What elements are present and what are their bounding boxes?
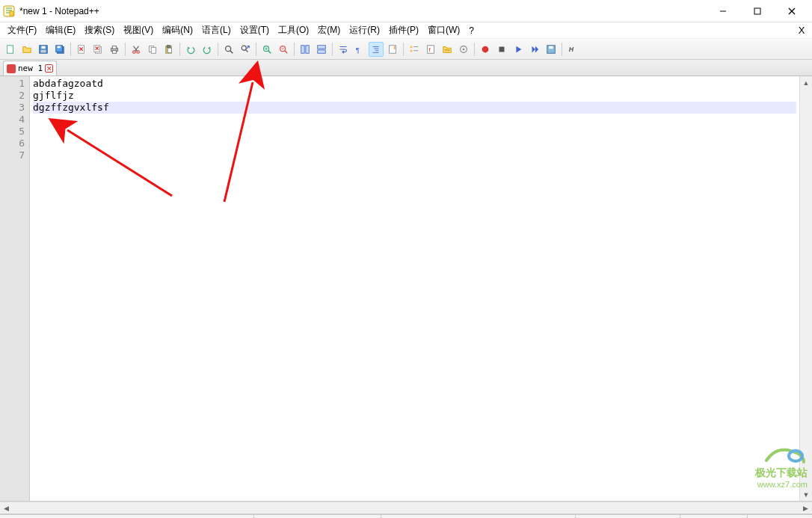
indent-guide-icon[interactable] (369, 42, 384, 57)
menu-macro[interactable]: 宏(M) (313, 22, 345, 38)
editor-line: abdafagzoatd (33, 78, 796, 90)
svg-rect-64 (499, 47, 505, 52)
scroll-up-icon[interactable]: ▲ (800, 76, 812, 89)
tab-modified-icon (7, 64, 16, 73)
svg-rect-12 (58, 46, 61, 49)
zoom-out-icon[interactable] (276, 42, 291, 57)
svg-rect-8 (41, 46, 45, 49)
zoom-in-icon[interactable] (259, 42, 274, 57)
svg-rect-54 (410, 46, 413, 49)
save-macro-icon[interactable] (544, 42, 559, 57)
menu-view[interactable]: 视图(V) (119, 22, 158, 38)
play-macro-icon[interactable] (511, 42, 526, 57)
editor-line (33, 114, 796, 126)
editor-area: 1 2 3 4 5 6 7 abdafagzoatd gjflfjz dgzff… (0, 76, 812, 502)
all-chars-icon[interactable]: ¶ (352, 42, 367, 57)
watermark: 极光下载站 www.xz7.com (755, 445, 808, 489)
monitoring-icon[interactable] (456, 42, 471, 57)
sync-h-icon[interactable] (314, 42, 329, 57)
text-editor[interactable]: abdafagzoatd gjflfjz dgzffzgvxlfsf (30, 76, 799, 501)
svg-line-41 (285, 51, 288, 54)
copy-icon[interactable] (145, 42, 160, 57)
open-file-icon[interactable] (19, 42, 34, 57)
svg-rect-30 (167, 46, 170, 48)
cut-icon[interactable] (129, 42, 144, 57)
save-icon[interactable] (36, 42, 51, 57)
menu-language[interactable]: 语言(L) (197, 22, 236, 38)
scroll-down-icon[interactable]: ▼ (800, 488, 812, 501)
menu-tools[interactable]: 工具(O) (274, 22, 313, 38)
svg-point-34 (242, 46, 246, 50)
svg-line-35 (246, 50, 248, 52)
sync-v-icon[interactable] (298, 42, 313, 57)
toolbar: ¶ f H (0, 39, 812, 60)
vertical-scrollbar[interactable]: ▲ ▼ (799, 76, 812, 501)
svg-text:H: H (569, 46, 574, 53)
horizontal-scrollbar[interactable]: ◀ ▶ (0, 502, 812, 514)
close-all-icon[interactable] (90, 42, 105, 57)
menu-window[interactable]: 窗口(W) (423, 22, 464, 38)
menu-run[interactable]: 运行(R) (345, 22, 384, 38)
line-number: 5 (1, 126, 25, 138)
print-icon[interactable] (107, 42, 122, 57)
close-file-icon[interactable] (74, 42, 89, 57)
line-number: 7 (1, 149, 25, 161)
play-multi-icon[interactable] (527, 42, 542, 57)
paste-icon[interactable] (162, 42, 176, 57)
status-eol: Windows (CR LF) (576, 515, 680, 518)
line-number-gutter: 1 2 3 4 5 6 7 (0, 76, 30, 501)
record-macro-icon[interactable] (478, 42, 493, 57)
tab-new1[interactable]: new 1 ✕ (3, 61, 57, 75)
maximize-button[interactable] (740, 0, 775, 22)
redo-icon[interactable] (200, 42, 215, 57)
find-icon[interactable] (221, 42, 236, 57)
svg-rect-1 (10, 11, 13, 16)
new-file-icon[interactable] (3, 42, 18, 57)
close-button[interactable] (775, 0, 809, 22)
menubar: 文件(F) 编辑(E) 搜索(S) 视图(V) 编码(N) 语言(L) 设置(T… (0, 22, 812, 39)
scroll-left-icon[interactable]: ◀ (0, 502, 13, 514)
menu-encoding[interactable]: 编码(N) (158, 22, 197, 38)
undo-icon[interactable] (183, 42, 198, 57)
menu-edit[interactable]: 编辑(E) (41, 22, 80, 38)
folder-view-icon[interactable] (440, 42, 455, 57)
editor-line (33, 138, 796, 149)
svg-rect-31 (167, 48, 171, 52)
window-title: *new 1 - Notepad++ (19, 6, 706, 16)
svg-text:¶: ¶ (356, 46, 360, 54)
editor-line (33, 149, 796, 161)
svg-point-62 (463, 49, 465, 51)
replace-icon[interactable] (238, 42, 253, 57)
svg-rect-9 (41, 50, 46, 53)
svg-rect-66 (549, 46, 553, 49)
svg-point-63 (482, 46, 489, 53)
svg-rect-44 (306, 46, 309, 54)
wordwrap-icon[interactable] (336, 42, 351, 57)
svg-line-33 (230, 51, 233, 54)
doc-list-icon[interactable] (407, 42, 422, 57)
menu-search[interactable]: 搜索(S) (80, 22, 119, 38)
watermark-name: 极光下载站 (755, 466, 808, 480)
spellcheck-icon[interactable]: H (565, 42, 580, 57)
menu-help[interactable]: ? (464, 24, 479, 37)
svg-rect-22 (112, 51, 116, 54)
svg-rect-43 (301, 46, 304, 54)
menu-settings[interactable]: 设置(T) (236, 22, 274, 38)
minimize-button[interactable] (706, 0, 740, 22)
editor-line: dgzffzgvxlfsf (33, 102, 796, 114)
svg-rect-46 (318, 50, 326, 53)
status-mode: INS (748, 515, 812, 518)
doc-map-icon[interactable] (385, 42, 400, 57)
svg-point-32 (226, 46, 231, 52)
status-encoding: UTF-8 (680, 515, 748, 518)
svg-rect-28 (151, 47, 156, 53)
menu-plugins[interactable]: 插件(P) (384, 22, 423, 38)
save-all-icon[interactable] (52, 42, 67, 57)
svg-rect-55 (410, 50, 413, 52)
scroll-right-icon[interactable]: ▶ (799, 502, 812, 514)
stop-macro-icon[interactable] (494, 42, 509, 57)
tab-close-icon[interactable]: ✕ (45, 64, 53, 73)
function-list-icon[interactable]: f (423, 42, 438, 57)
mdi-close-button[interactable]: X (794, 25, 809, 36)
menu-file[interactable]: 文件(F) (3, 22, 41, 38)
